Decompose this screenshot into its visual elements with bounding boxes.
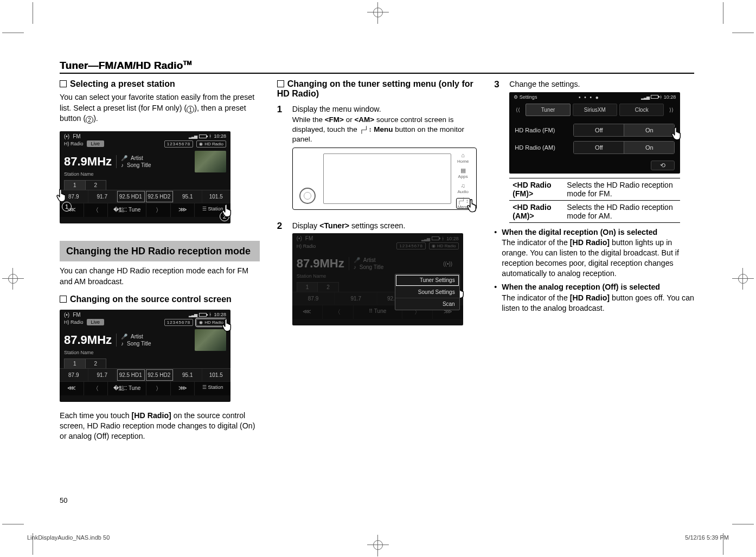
preset-button[interactable]: 87.9 bbox=[60, 190, 88, 203]
preset-list-tab-1[interactable]: 1 bbox=[64, 358, 86, 368]
live-badge: Live bbox=[87, 319, 105, 325]
clock: 10:28 bbox=[214, 312, 226, 317]
freq-value: 87.9 bbox=[64, 155, 87, 168]
audio-button[interactable]: ♫Audio bbox=[456, 183, 470, 194]
album-art bbox=[195, 151, 226, 172]
status-right: ᚼ10:28 bbox=[189, 312, 226, 317]
volume-knob[interactable] bbox=[299, 188, 316, 204]
prev-button[interactable]: 〈 bbox=[84, 203, 108, 217]
tune-button[interactable]: �點ⵆ Tune bbox=[108, 382, 146, 395]
tune-button[interactable]: �點ⵆ Tune bbox=[108, 203, 146, 217]
next-button[interactable]: 〉 bbox=[146, 203, 171, 217]
seek-last-button[interactable]: ⋙ bbox=[171, 382, 195, 395]
seg-off[interactable]: Off bbox=[574, 124, 624, 136]
radio-screen: (•) FM ᚼ10:28 H) Radio Live 12345678 HD … bbox=[60, 310, 230, 402]
step-number: 2 bbox=[277, 221, 286, 328]
status-right: ᚼ 10:28 bbox=[641, 94, 676, 100]
heading-text: Selecting a preset station bbox=[70, 79, 175, 88]
tabs-next[interactable]: ⟩⟩ bbox=[666, 107, 677, 113]
main-row: 87.9MHz 🎤Artist ♪Song Title bbox=[60, 327, 230, 352]
artist-row: 🎤Artist bbox=[354, 257, 433, 263]
preset-button[interactable]: 92.5 HD2 bbox=[145, 369, 174, 381]
apps-button[interactable]: ▦Apps bbox=[456, 168, 470, 178]
step-number: 1 bbox=[277, 104, 286, 212]
section-header: Tuner—FM/AM/HD RadioTM bbox=[60, 60, 694, 74]
song-row: ♪Song Title bbox=[121, 162, 190, 168]
popup-scan[interactable]: Scan bbox=[395, 298, 459, 310]
back-button[interactable]: ⟲ bbox=[651, 161, 675, 170]
tabs-prev[interactable]: ⟨⟨ bbox=[512, 107, 523, 113]
bullet-box-icon bbox=[60, 296, 67, 303]
preset-list-tabs: 1 2 bbox=[60, 180, 230, 190]
hd-dot-icon bbox=[199, 320, 203, 325]
artist-label: Artist bbox=[363, 257, 376, 263]
preset-list-tab-1[interactable]: 1 bbox=[64, 180, 86, 190]
column-1: Selecting a preset station You can selec… bbox=[60, 79, 260, 441]
figure-radio-popup: (•) FM ᚼ10:28 H) Radio 12345678 HD Radio bbox=[292, 231, 463, 325]
preset-button[interactable]: 91.7 bbox=[88, 190, 117, 203]
seg-off[interactable]: Off bbox=[574, 142, 624, 153]
popup-sound-settings[interactable]: Sound Settings bbox=[395, 286, 459, 298]
signal-icon bbox=[641, 94, 649, 100]
heading-text: Changing on the source control screen bbox=[70, 294, 232, 304]
preset-button[interactable]: 92.5 HD2 bbox=[145, 190, 174, 203]
preset-button[interactable]: 101.5 bbox=[202, 190, 231, 203]
menu-button[interactable]: ┌┘↕Menu bbox=[456, 198, 470, 209]
hd-radio-button[interactable]: HD Radio bbox=[196, 140, 226, 148]
song-label: Song Title bbox=[360, 264, 383, 270]
tab-clock[interactable]: Clock bbox=[619, 104, 664, 116]
text: Settings bbox=[520, 94, 537, 100]
preset-list-tab-2[interactable]: 2 bbox=[85, 358, 107, 368]
note-icon: ♪ bbox=[354, 264, 356, 270]
station-list-button[interactable]: ☰ Station bbox=[195, 382, 230, 395]
text-bold: <AM> bbox=[354, 116, 374, 124]
hd-radio-label: H) Radio bbox=[64, 141, 84, 146]
figure-settings: ⚙ Settings • • • ● ᚼ 10:28 ⟨⟨ Tuner Siri… bbox=[509, 90, 680, 174]
heading-selecting-preset: Selecting a preset station bbox=[60, 79, 260, 89]
step-2: 2 Display <Tuner> settings screen. (•) F… bbox=[277, 221, 477, 328]
preset-button[interactable]: 87.9 bbox=[60, 369, 88, 381]
seg-on[interactable]: On bbox=[624, 124, 674, 136]
signal-icon bbox=[189, 133, 197, 139]
seek-last-button[interactable]: ⋙ bbox=[171, 203, 195, 217]
paragraph-change-mode: You can change HD Radio reception mode e… bbox=[60, 266, 260, 286]
song-row: ♪Song Title bbox=[121, 341, 190, 347]
callout-2: 2 bbox=[220, 212, 229, 221]
gear-icon: ⚙ bbox=[514, 94, 518, 100]
home-button[interactable]: ⌂Home bbox=[456, 152, 470, 163]
preset-button[interactable]: 92.5 HD1 bbox=[117, 190, 145, 203]
preset-list-tab-1: 1 bbox=[297, 282, 318, 292]
preset-button[interactable]: 95.1 bbox=[174, 190, 202, 203]
text-bold: <Tuner> bbox=[319, 221, 349, 230]
apps-icon: ▦ bbox=[460, 168, 466, 174]
prev-button[interactable]: 〈 bbox=[84, 382, 108, 395]
hd-radio-button[interactable]: HD Radio bbox=[196, 319, 226, 326]
label: Home bbox=[457, 159, 469, 164]
text: Tune bbox=[129, 207, 140, 213]
preset-button[interactable]: 101.5 bbox=[202, 369, 231, 381]
seg-on[interactable]: On bbox=[624, 142, 674, 153]
preset-button[interactable]: 91.7 bbox=[88, 369, 117, 381]
preset-button[interactable]: 95.1 bbox=[174, 369, 202, 381]
battery-icon bbox=[651, 95, 658, 99]
text: Station bbox=[208, 385, 223, 390]
popup-tuner-settings[interactable]: Tuner Settings bbox=[395, 274, 459, 286]
prev-button: 〈 bbox=[323, 305, 354, 319]
bluetooth-icon: ᚼ bbox=[441, 236, 444, 241]
settings-screen: ⚙ Settings • • • ● ᚼ 10:28 ⟨⟨ Tuner Siri… bbox=[509, 92, 680, 174]
row-2: H) Radio Live 12345678 HD Radio bbox=[60, 318, 230, 327]
artist-label: Artist bbox=[131, 155, 143, 161]
preset-button: 87.9 bbox=[292, 292, 335, 305]
tab-tuner[interactable]: Tuner bbox=[526, 104, 570, 116]
crop-mark bbox=[33, 2, 33, 24]
section-title: Tuner—FM/AM/HD RadioTM bbox=[60, 60, 192, 71]
seek-first-button[interactable]: ⋘ bbox=[60, 382, 84, 395]
frequency: 87.9MHz bbox=[64, 155, 112, 169]
list-item: When the analog reception (Off) is selec… bbox=[494, 282, 694, 313]
next-button[interactable]: 〉 bbox=[146, 382, 171, 395]
song-label: Song Title bbox=[127, 341, 151, 347]
tab-siriusxm[interactable]: SiriusXM bbox=[573, 104, 617, 116]
preset-list-tab-2[interactable]: 2 bbox=[85, 180, 107, 190]
preset-button[interactable]: 92.5 HD1 bbox=[117, 369, 145, 381]
radio-screen-dimmed: (•) FM ᚼ10:28 H) Radio 12345678 HD Radio bbox=[292, 233, 463, 325]
